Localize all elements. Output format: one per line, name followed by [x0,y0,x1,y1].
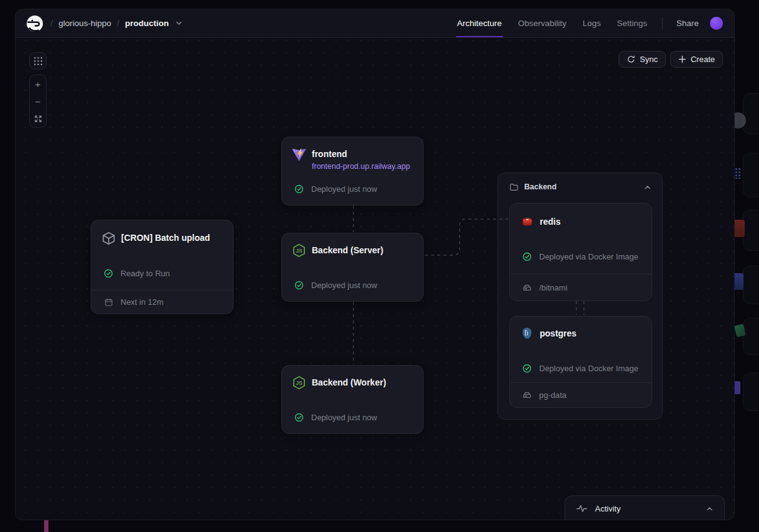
service-group-backend[interactable]: Backend [498,173,663,420]
user-avatar[interactable] [710,17,723,30]
chevron-up-icon[interactable] [644,185,651,189]
service-card-frontend[interactable]: frontend frontend-prod.up.railway.app De… [281,137,424,205]
navbar-right: Architecture Observability Logs Settings… [457,9,723,37]
activity-label: Activity [595,504,620,513]
service-domain-link[interactable]: frontend-prod.up.railway.app [312,162,410,171]
create-label: Create [691,55,715,64]
tab-settings[interactable]: Settings [617,9,647,37]
nodejs-icon: JS [292,376,306,390]
create-button[interactable]: Create [670,51,723,68]
background-card [743,210,759,251]
background-card [743,153,759,197]
activity-panel[interactable]: Activity [565,495,725,520]
background-accent-bar [44,520,48,532]
share-button[interactable]: Share [676,19,699,28]
vite-icon [292,147,306,161]
background-service-icon [734,381,740,394]
background-card [743,93,759,134]
activity-pulse-icon [576,504,588,513]
service-name: [CRON] Batch upload [121,231,210,245]
railway-logo-icon[interactable] [27,16,43,32]
cube-icon [101,231,116,245]
service-status: Deployed just now [311,281,377,290]
svg-text:JS: JS [296,248,302,254]
zoom-controls: + − [29,74,47,128]
architecture-canvas[interactable]: + − Sync [16,38,734,520]
service-status: Deployed via Docker Image [539,364,639,373]
grid-icon [34,57,42,65]
sync-label: Sync [640,55,658,64]
background-card [743,372,759,411]
redis-icon [520,215,534,229]
tab-logs[interactable]: Logs [583,9,601,37]
check-circle-icon [292,281,306,290]
volume-name: /bitnami [539,283,568,292]
background-card [743,266,759,304]
background-card [743,318,759,355]
volume-icon [520,390,534,400]
breadcrumb: / glorious-hippo / production [50,18,182,29]
volume-name: pg-data [539,390,566,400]
postgresql-icon [520,327,534,341]
cron-schedule-row: Next in 12m [91,290,233,313]
service-status: Deployed just now [311,413,377,422]
top-navbar: / glorious-hippo / production Architectu… [16,9,734,38]
breadcrumb-separator: / [117,18,119,29]
zoom-in-button[interactable]: + [30,75,46,92]
zoom-out-button[interactable]: − [30,92,46,110]
service-card-redis[interactable]: redis Deployed via Docker Image [509,203,652,301]
service-card-cron[interactable]: [CRON] Batch upload Ready to Run Next in… [91,220,234,314]
app-window: / glorious-hippo / production Architectu… [15,9,735,520]
chevron-down-icon[interactable] [176,21,182,25]
sync-button[interactable]: Sync [619,51,666,68]
service-status: Ready to Run [120,269,170,278]
breadcrumb-separator: / [50,18,53,29]
check-circle-icon [292,413,306,422]
service-name: frontend [312,147,410,161]
service-name: Backend (Worker) [312,376,386,390]
tab-architecture[interactable]: Architecture [457,9,502,37]
canvas-actions: Sync Create [619,51,723,68]
breadcrumb-environment[interactable]: production [125,19,169,28]
nodejs-icon: JS [292,243,306,258]
volume-row[interactable]: pg-data [510,382,652,407]
volume-icon [520,283,534,292]
calendar-icon [101,298,116,307]
service-card-backend-server[interactable]: JS Backend (Server) Deployed just now [281,233,424,302]
group-header[interactable]: Backend [498,173,662,201]
plus-icon [678,55,686,63]
service-card-backend-worker[interactable]: JS Backend (Worker) Deployed just now [281,365,424,434]
service-name: redis [540,215,560,229]
volume-row[interactable]: /bitnami [510,274,652,300]
fit-view-button[interactable] [30,110,46,127]
breadcrumb-project[interactable]: glorious-hippo [58,19,111,28]
chevron-up-icon[interactable] [706,507,713,511]
group-name: Backend [524,183,557,191]
service-status: Deployed via Docker Image [539,252,639,261]
navbar-divider [662,17,663,30]
layout-grid-button[interactable] [29,52,47,70]
check-circle-icon [520,364,534,373]
check-circle-icon [520,252,534,261]
service-name: Backend (Server) [312,243,383,258]
service-name: postgres [540,327,576,341]
check-circle-icon [292,184,306,194]
nav-tabs: Architecture Observability Logs Settings [457,9,647,37]
cron-next-run: Next in 12m [120,297,163,307]
service-status: Deployed just now [311,184,377,194]
edge-server-group [425,219,508,255]
expand-icon [34,115,42,123]
tab-observability[interactable]: Observability [518,9,566,37]
check-circle-icon [101,269,116,278]
svg-text:JS: JS [296,380,302,386]
folder-icon [509,183,519,192]
sync-icon [627,55,635,64]
service-card-postgres[interactable]: postgres Deployed via Docker Image [509,316,652,408]
